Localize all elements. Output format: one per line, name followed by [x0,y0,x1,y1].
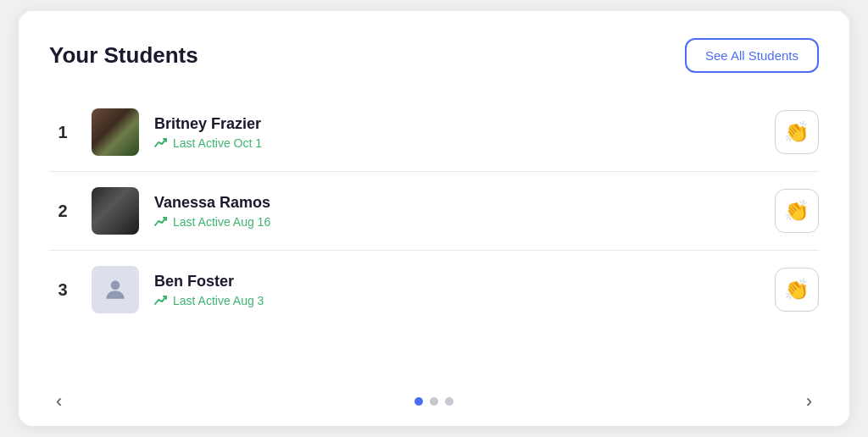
last-active-text: Last Active Oct 1 [173,136,262,150]
clap-button[interactable]: 👏 [775,110,819,154]
next-button[interactable]: › [799,387,819,416]
table-row: 2Vanessa Ramos Last Active Aug 16 👏 [49,172,819,251]
avatar [92,266,139,313]
student-rank: 3 [49,280,76,300]
student-rank: 1 [49,123,76,142]
avatar [92,108,139,156]
card-header: Your Students See All Students [49,38,819,73]
prev-button[interactable]: ‹ [49,387,69,416]
pagination-dot[interactable] [445,397,453,406]
last-active-text: Last Active Aug 16 [173,215,270,229]
student-info: Vanessa Ramos Last Active Aug 16 [154,194,775,229]
last-active-text: Last Active Aug 3 [173,294,264,307]
student-name: Britney Frazier [154,115,775,133]
page-title: Your Students [49,42,198,69]
student-info: Britney Frazier Last Active Oct 1 [154,115,775,150]
clap-button[interactable]: 👏 [775,189,819,233]
svg-point-0 [111,280,120,290]
card-footer: ‹ › [49,397,819,406]
see-all-button[interactable]: See All Students [685,38,819,73]
pagination-dot[interactable] [415,397,423,406]
last-active: Last Active Oct 1 [154,136,775,150]
pagination-dots [415,397,453,406]
last-active: Last Active Aug 3 [154,294,775,307]
student-info: Ben Foster Last Active Aug 3 [154,273,775,307]
trend-icon [154,294,168,307]
student-rank: 2 [49,202,76,221]
trend-icon [154,136,168,150]
student-list: 1Britney Frazier Last Active Oct 1 👏2Van… [49,93,819,380]
students-card: Your Students See All Students 1Britney … [19,11,849,426]
table-row: 3 Ben Foster Last Active Aug 3 👏 [49,251,819,329]
last-active: Last Active Aug 16 [154,215,775,229]
avatar [92,187,139,235]
table-row: 1Britney Frazier Last Active Oct 1 👏 [49,93,819,172]
trend-icon [154,215,168,229]
student-name: Ben Foster [154,273,775,290]
pagination-dot[interactable] [430,397,438,406]
clap-button[interactable]: 👏 [775,268,819,312]
student-name: Vanessa Ramos [154,194,775,212]
